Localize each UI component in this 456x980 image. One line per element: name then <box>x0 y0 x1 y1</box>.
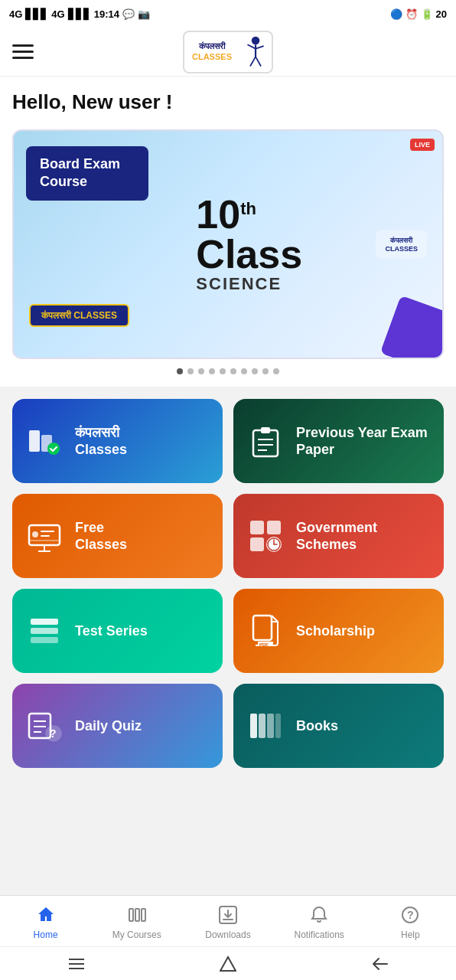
kanplasari-classes-card[interactable]: कंपलसरीClasses <box>12 399 223 483</box>
carousel-dot-4[interactable] <box>209 368 215 374</box>
svg-line-5 <box>256 57 261 66</box>
banner-section: Board Exam Course कंपलसरी CLASSES 10th C… <box>0 122 456 387</box>
banner-board-exam-card: Board Exam Course <box>26 146 148 201</box>
screen-icon <box>24 516 64 556</box>
top-nav: कंपलसरी CLASSES <box>0 28 456 77</box>
svg-rect-10 <box>261 427 270 433</box>
svg-rect-21 <box>250 537 264 551</box>
banner-right-logo: कंपलसरी CLASSES <box>376 230 427 259</box>
whatsapp-icon: 💬 <box>122 8 135 20</box>
svg-rect-27 <box>31 628 58 634</box>
daily-quiz-label: Daily Quiz <box>75 717 142 735</box>
test-series-card[interactable]: Test Series <box>12 589 223 673</box>
logo-box: कंपलसरी CLASSES <box>183 31 273 74</box>
kanplasari-icon <box>24 421 64 461</box>
books-label: Books <box>296 717 338 735</box>
banner-carousel[interactable]: Board Exam Course कंपलसरी CLASSES 10th C… <box>12 129 444 359</box>
svg-rect-26 <box>31 619 58 625</box>
svg-rect-29 <box>253 616 272 640</box>
greeting-text: Hello, New user ! <box>12 90 444 114</box>
camera-icon: 📷 <box>138 8 150 20</box>
carousel-dot-8[interactable] <box>252 368 258 374</box>
scholarship-card[interactable]: PDF Scholarship <box>233 589 444 673</box>
banner-content: Board Exam Course कंपलसरी CLASSES 10th C… <box>14 131 442 358</box>
books-icon <box>246 706 285 746</box>
nav-home[interactable]: Home <box>15 903 77 940</box>
svg-rect-38 <box>250 714 257 738</box>
svg-rect-43 <box>135 909 139 921</box>
books-card[interactable]: Books <box>233 684 444 768</box>
help-icon: ? <box>399 903 422 926</box>
svg-rect-42 <box>129 909 133 921</box>
home-icon <box>34 903 57 926</box>
logo-container: कंपलसरी CLASSES <box>183 31 273 74</box>
bluetooth-icon: 🔵 <box>390 8 402 20</box>
svg-text:?: ? <box>407 909 414 921</box>
nav-my-courses[interactable]: My Courses <box>106 903 168 940</box>
carousel-dot-7[interactable] <box>241 368 247 374</box>
status-left: 4G ▋▋▋ 4G ▋▋▋ 19:14 💬 📷 <box>9 8 150 20</box>
tray-icon <box>24 611 64 651</box>
quiz-icon: ? <box>24 706 64 746</box>
system-back-button[interactable] <box>370 956 389 972</box>
bottom-nav: Home My Courses Downloads <box>0 895 456 946</box>
scholarship-label: Scholarship <box>296 622 375 640</box>
svg-point-0 <box>252 36 260 44</box>
svg-point-8 <box>47 443 60 455</box>
svg-point-15 <box>32 531 38 537</box>
status-bar: 4G ▋▋▋ 4G ▋▋▋ 19:14 💬 📷 🔵 ⏰ 🔋 20 <box>0 0 456 28</box>
nav-help[interactable]: ? Help <box>379 903 441 940</box>
banner-decoration <box>380 296 444 359</box>
free-classes-card[interactable]: FreeClasses <box>12 494 223 578</box>
alarm-icon: ⏰ <box>406 8 418 20</box>
nav-notifications-label: Notifications <box>294 929 344 940</box>
carousel-dot-9[interactable] <box>262 368 269 374</box>
notifications-icon <box>308 903 331 926</box>
carousel-dot-5[interactable] <box>220 368 226 374</box>
grid-section: कंपलसरीClasses Previous Year Exam Paper <box>0 387 456 780</box>
daily-quiz-card[interactable]: ? Daily Quiz <box>12 684 223 768</box>
carousel-dot-1[interactable] <box>177 368 183 374</box>
signal-bars2: ▋▋▋ <box>68 8 91 20</box>
prev-year-exam-card[interactable]: Previous Year Exam Paper <box>233 399 444 483</box>
svg-rect-41 <box>275 714 281 738</box>
system-home-button[interactable] <box>220 956 236 972</box>
nav-downloads-label: Downloads <box>205 929 250 940</box>
cards-grid: कंपलसरीClasses Previous Year Exam Paper <box>12 399 444 768</box>
carousel-dot-2[interactable] <box>187 368 194 374</box>
grid-clock-icon <box>246 516 285 556</box>
carousel-dot-3[interactable] <box>198 368 204 374</box>
banner-class-text: 10th Class SCIENCE <box>196 194 302 294</box>
svg-line-3 <box>256 46 264 49</box>
carousel-dot-10[interactable] <box>273 368 279 374</box>
svg-text:PDF: PDF <box>259 642 269 647</box>
nav-notifications[interactable]: Notifications <box>288 903 350 940</box>
my-courses-icon <box>125 903 148 926</box>
carousel-dots <box>12 368 444 374</box>
svg-line-4 <box>250 57 256 66</box>
network2-indicator: 4G <box>51 8 64 20</box>
system-nav <box>0 946 456 980</box>
logo-figure-icon <box>236 35 264 69</box>
hamburger-menu[interactable] <box>12 44 34 59</box>
prev-year-label: Previous Year Exam Paper <box>296 424 432 459</box>
svg-marker-52 <box>220 957 236 971</box>
nav-downloads[interactable]: Downloads <box>197 903 259 940</box>
svg-rect-28 <box>31 637 58 643</box>
battery-indicator: 🔋 20 <box>421 8 447 20</box>
clipboard-icon <box>246 421 285 461</box>
system-menu-button[interactable] <box>67 957 86 971</box>
downloads-icon <box>217 903 239 926</box>
govt-schemes-card[interactable]: Government Schemes <box>233 494 444 578</box>
nav-help-label: Help <box>401 929 420 940</box>
status-right: 🔵 ⏰ 🔋 20 <box>390 8 447 20</box>
svg-rect-44 <box>142 909 145 921</box>
nav-my-courses-label: My Courses <box>112 929 161 940</box>
network-indicator: 4G <box>9 8 22 20</box>
pdf-icon: PDF <box>246 611 285 651</box>
signal-bars: ▋▋▋ <box>25 8 48 20</box>
greeting-section: Hello, New user ! <box>0 77 456 122</box>
free-classes-label: FreeClasses <box>75 519 127 554</box>
svg-rect-39 <box>259 714 265 738</box>
carousel-dot-6[interactable] <box>230 368 236 374</box>
